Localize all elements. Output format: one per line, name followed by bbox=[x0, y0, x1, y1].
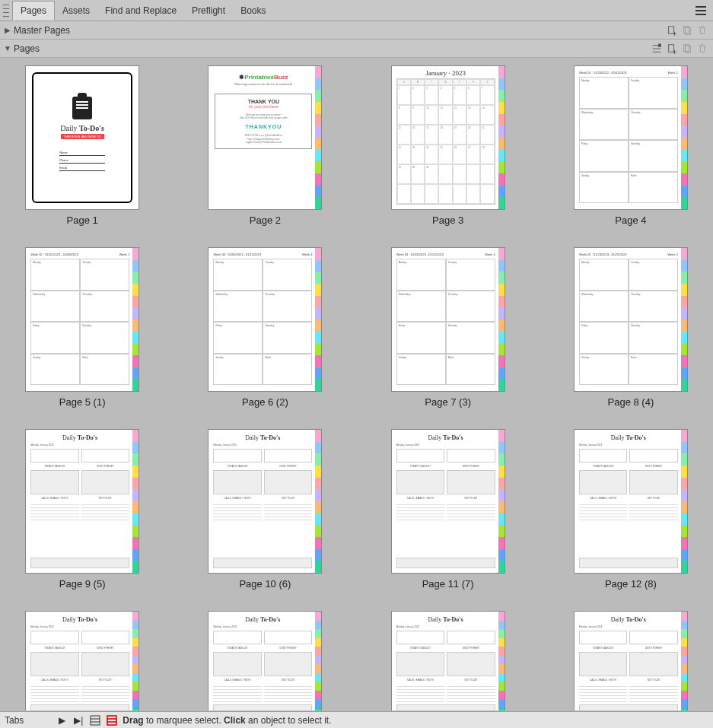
chevron-down-icon[interactable]: ▼ bbox=[3, 44, 12, 52]
page-thumb[interactable]: Daily To-Do'sMonday, January 2023TODAY'S… bbox=[25, 611, 139, 711]
panel-grip-icon[interactable] bbox=[3, 5, 9, 17]
page-thumb-cell: Week 04 · 01/16/2023 - 01/22/2023Week 4M… bbox=[372, 247, 524, 408]
status-bar: Tabs ▶ ▶| Drag to marquee select. Click … bbox=[0, 711, 713, 728]
page-label: Page 10 (6) bbox=[239, 578, 291, 590]
page-label: Page 4 bbox=[615, 215, 646, 226]
view-options-icon[interactable] bbox=[649, 41, 664, 56]
page-thumb-cell: Daily To-Do'sMonday, January 2023TODAY'S… bbox=[6, 429, 158, 590]
page-label: Page 8 (4) bbox=[608, 396, 654, 408]
page-thumb[interactable]: January · 2023 SMTWTFS123456789101112131… bbox=[391, 65, 505, 210]
page-thumb-cell: January · 2023 SMTWTFS123456789101112131… bbox=[372, 65, 524, 226]
page-thumb-cell: Week 01 · 12/26/2022 - 01/01/2023Week 1M… bbox=[555, 65, 707, 226]
page-thumb[interactable]: Daily To-Do'sMonday, January 2023TODAY'S… bbox=[208, 611, 322, 711]
page-thumb-cell: Daily To-Do'sMonday, January 2023TODAY'S… bbox=[555, 429, 707, 590]
tab-find-replace[interactable]: Find and Replace bbox=[97, 2, 184, 20]
page-label: Page 12 (8) bbox=[605, 578, 657, 590]
page-thumb-cell: Week 05 · 01/23/2023 - 01/29/2023Week 5M… bbox=[555, 247, 707, 408]
page-thumb[interactable]: Daily To-Do'sMonday, January 2023TODAY'S… bbox=[208, 429, 322, 574]
page-thumb-cell: Daily To-Do's THIS BOOK BELONGS TO Name … bbox=[6, 65, 158, 226]
page-label: Page 11 (7) bbox=[422, 578, 474, 590]
section-master-pages[interactable]: ▶ Master Pages bbox=[0, 21, 713, 40]
tab-preflight[interactable]: Preflight bbox=[184, 2, 233, 20]
page-label: Page 6 (2) bbox=[242, 396, 288, 408]
play-icon[interactable]: ▶ bbox=[56, 714, 68, 726]
page-thumb-cell: Week 02 · 01/02/2023 - 01/08/2023Week 2M… bbox=[6, 247, 158, 408]
page-thumb[interactable]: Daily To-Do's THIS BOOK BELONGS TO Name … bbox=[25, 65, 139, 210]
duplicate-page-icon bbox=[680, 41, 695, 56]
page-label: Page 1 bbox=[67, 215, 98, 226]
page-thumb[interactable]: Week 05 · 01/23/2023 - 01/29/2023Week 5M… bbox=[574, 247, 688, 392]
pages-scroll-area[interactable]: Daily To-Do's THIS BOOK BELONGS TO Name … bbox=[0, 58, 713, 711]
studio-tab-bar: Pages Assets Find and Replace Preflight … bbox=[0, 0, 713, 21]
svg-rect-9 bbox=[669, 44, 674, 52]
clipboard-icon bbox=[72, 97, 92, 119]
page-thumb-cell: Daily To-Do'sMonday, January 2023TODAY'S… bbox=[372, 429, 524, 590]
page-thumb[interactable]: Daily To-Do'sMonday, January 2023TODAY'S… bbox=[574, 611, 688, 711]
tab-books[interactable]: Books bbox=[233, 2, 273, 20]
page-thumb-cell: Week 03 · 01/09/2023 - 01/15/2023Week 3M… bbox=[189, 247, 341, 408]
hint-text: Drag to marquee select. Click an object … bbox=[123, 715, 331, 726]
page-thumb[interactable]: ✹PrintablesBuzz Planning resources for t… bbox=[208, 65, 322, 210]
delete-master-icon bbox=[695, 23, 710, 38]
page-thumb-cell: Daily To-Do'sMonday, January 2023TODAY'S… bbox=[6, 611, 158, 711]
page-thumb-cell: Daily To-Do'sMonday, January 2023TODAY'S… bbox=[189, 611, 341, 711]
page-label: Page 9 (5) bbox=[59, 578, 106, 590]
play-end-icon[interactable]: ▶| bbox=[72, 714, 84, 726]
page-thumb[interactable]: Week 02 · 01/02/2023 - 01/08/2023Week 2M… bbox=[25, 247, 139, 392]
page-thumb-cell: Daily To-Do'sMonday, January 2023TODAY'S… bbox=[372, 611, 524, 711]
svg-rect-17 bbox=[107, 716, 116, 725]
pages-grid: Daily To-Do's THIS BOOK BELONGS TO Name … bbox=[6, 65, 707, 711]
page-thumb[interactable]: Daily To-Do'sMonday, January 2023TODAY'S… bbox=[391, 611, 505, 711]
page-label: Page 7 (3) bbox=[425, 396, 471, 408]
pages-title: Pages bbox=[14, 43, 40, 54]
page-thumb-cell: Daily To-Do'sMonday, January 2023TODAY'S… bbox=[555, 611, 707, 711]
page-thumb[interactable]: Week 03 · 01/09/2023 - 01/15/2023Week 3M… bbox=[208, 247, 322, 392]
svg-rect-14 bbox=[91, 716, 100, 725]
page-thumb-cell: ✹PrintablesBuzz Planning resources for t… bbox=[189, 65, 341, 226]
duplicate-master-icon bbox=[680, 23, 695, 38]
svg-rect-0 bbox=[669, 26, 674, 33]
section-pages[interactable]: ▼ Pages bbox=[0, 40, 713, 58]
page-thumb[interactable]: Daily To-Do'sMonday, January 2023TODAY'S… bbox=[391, 429, 505, 574]
svg-rect-8 bbox=[659, 43, 661, 46]
page-thumb-cell: Daily To-Do'sMonday, January 2023TODAY'S… bbox=[189, 429, 341, 590]
page-mode-icon[interactable] bbox=[89, 714, 101, 726]
add-page-icon[interactable] bbox=[664, 41, 680, 56]
panel-menu-icon[interactable] bbox=[693, 3, 708, 18]
chevron-right-icon[interactable]: ▶ bbox=[3, 26, 12, 34]
page-label: Page 2 bbox=[250, 215, 281, 226]
page-thumb[interactable]: Daily To-Do'sMonday, January 2023TODAY'S… bbox=[574, 429, 688, 574]
tab-pages[interactable]: Pages bbox=[12, 1, 55, 21]
page-thumb[interactable]: Week 01 · 12/26/2022 - 01/01/2023Week 1M… bbox=[574, 65, 688, 210]
page-label: Page 5 (1) bbox=[59, 396, 106, 408]
preflight-warn-icon[interactable] bbox=[106, 714, 118, 726]
tab-assets[interactable]: Assets bbox=[55, 2, 97, 20]
page-thumb[interactable]: Week 04 · 01/16/2023 - 01/22/2023Week 4M… bbox=[391, 247, 505, 392]
page-label: Page 3 bbox=[432, 215, 463, 226]
delete-page-icon bbox=[695, 41, 710, 56]
page-thumb[interactable]: Daily To-Do'sMonday, January 2023TODAY'S… bbox=[25, 429, 139, 574]
add-master-page-icon[interactable] bbox=[664, 23, 680, 38]
footer-tabs-label: Tabs bbox=[5, 715, 24, 726]
master-pages-title: Master Pages bbox=[14, 25, 70, 36]
